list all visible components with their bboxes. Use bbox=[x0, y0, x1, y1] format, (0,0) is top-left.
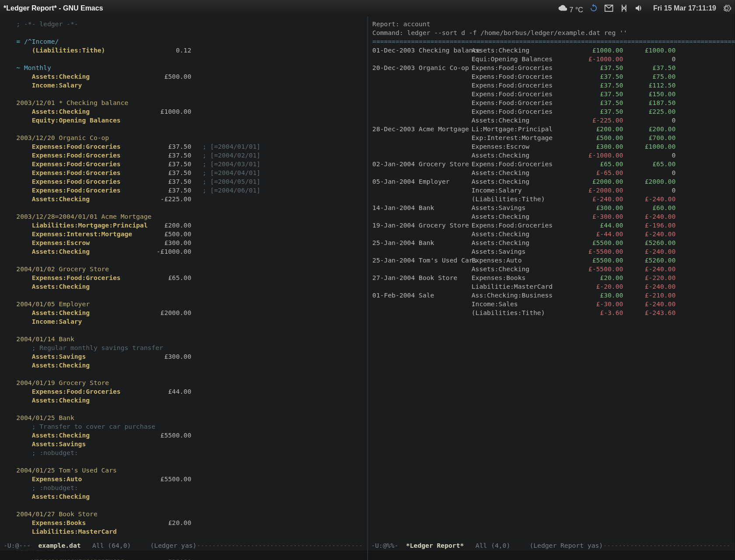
report-row[interactable]: 02-Jan-2004 Grocery StoreExpens:Food:Gro… bbox=[372, 160, 730, 168]
ledger-line[interactable] bbox=[16, 55, 362, 63]
ledger-line[interactable]: 2004/01/27 Book Store bbox=[16, 510, 362, 518]
ledger-line[interactable]: Expenses:Food:Groceries£37.50 ; [=2004/0… bbox=[16, 186, 362, 195]
ledger-line[interactable]: ; Regular monthly savings transfer bbox=[16, 343, 362, 352]
ledger-line[interactable]: Expenses:Interest:Mortgage£500.00 bbox=[16, 230, 362, 238]
ledger-line[interactable] bbox=[16, 326, 362, 335]
ledger-line[interactable] bbox=[16, 405, 362, 413]
report-row[interactable]: Expens:Food:Groceries£37.50£150.00 bbox=[372, 90, 730, 98]
ledger-line[interactable]: Income:Salary bbox=[16, 317, 362, 326]
ledger-line[interactable]: Assets:Checking-£225.00 bbox=[16, 195, 362, 203]
ledger-line[interactable] bbox=[16, 501, 362, 510]
ledger-line[interactable]: Expenses:Food:Groceries£37.50 ; [=2004/0… bbox=[16, 151, 362, 160]
report-row[interactable]: Assets:Checking£-5500.00£-240.00 bbox=[372, 265, 730, 273]
ledger-line[interactable]: (Liabilities:Tithe)0.12 bbox=[16, 46, 362, 55]
ledger-line[interactable]: 2004/01/25 Bank bbox=[16, 413, 362, 422]
ledger-line[interactable]: Expenses:Books£20.00 bbox=[16, 518, 362, 527]
ledger-line[interactable]: ; -*- ledger -*- bbox=[16, 20, 362, 28]
ledger-line[interactable]: Equity:Opening Balances bbox=[16, 116, 362, 125]
ledger-line[interactable]: Liabilities:Mortgage:Principal£200.00 bbox=[16, 221, 362, 230]
report-row[interactable]: Liabilitie:MasterCard£-20.00£-240.00 bbox=[372, 282, 730, 291]
ledger-line[interactable] bbox=[16, 90, 362, 98]
mail-icon[interactable] bbox=[604, 4, 613, 13]
weather-indicator[interactable]: 7 °C bbox=[558, 3, 583, 14]
ledger-line[interactable]: Expenses:Food:Groceries£44.00 bbox=[16, 387, 362, 396]
ledger-line[interactable]: Assets:Savings£300.00 bbox=[16, 352, 362, 361]
ledger-line[interactable]: Assets:Checking£2000.00 bbox=[16, 308, 362, 317]
left-window[interactable]: ; -*- ledger -*- = /^Income/ (Liabilitie… bbox=[0, 16, 367, 560]
report-rule[interactable]: ========================================… bbox=[372, 37, 730, 46]
ledger-line[interactable]: Expenses:Escrow£300.00 bbox=[16, 238, 362, 247]
report-row[interactable]: (Liabilities:Tithe)£-240.00£-240.00 bbox=[372, 195, 730, 203]
report-row[interactable]: Expens:Food:Groceries£37.50£225.00 bbox=[372, 107, 730, 116]
report-row[interactable]: 01-Dec-2003 Checking balanceAssets:Check… bbox=[372, 46, 730, 55]
ledger-line[interactable]: ; :nobudget: bbox=[16, 448, 362, 457]
report-row[interactable]: Assets:Checking£-1000.000 bbox=[372, 151, 730, 160]
report-row[interactable]: Income:Salary£-2000.000 bbox=[372, 186, 730, 195]
report-row[interactable]: Exp:Interest:Mortgage£500.00£700.00 bbox=[372, 133, 730, 142]
report-row[interactable]: Assets:Checking£-225.000 bbox=[372, 116, 730, 125]
ledger-line[interactable]: Assets:Checking£500.00 bbox=[16, 72, 362, 81]
ledger-line[interactable]: Assets:Checking bbox=[16, 396, 362, 405]
clock[interactable]: Fri 15 Mar 17:11:19 bbox=[653, 4, 716, 12]
ledger-line[interactable]: Liabilities:MasterCard bbox=[16, 527, 362, 536]
report-row[interactable]: 14-Jan-2004 BankAssets:Savings£300.00£60… bbox=[372, 203, 730, 212]
ledger-line[interactable]: 2004/01/25 Tom's Used Cars bbox=[16, 466, 362, 475]
report-row[interactable]: 05-Jan-2004 EmployerAssets:Checking£2000… bbox=[372, 177, 730, 186]
ledger-line[interactable] bbox=[16, 457, 362, 466]
ledger-line[interactable]: = /^Income/ bbox=[16, 37, 362, 46]
report-row[interactable]: Assets:Checking£-300.00£-240.00 bbox=[372, 212, 730, 221]
report-row[interactable]: 19-Jan-2004 Grocery StoreExpens:Food:Gro… bbox=[372, 221, 730, 230]
ledger-line[interactable]: Assets:Checking bbox=[16, 282, 362, 291]
right-window[interactable]: Report: accountCommand: ledger --sort d … bbox=[367, 16, 735, 560]
ledger-line[interactable] bbox=[16, 256, 362, 265]
ledger-line[interactable]: Assets:Checking bbox=[16, 492, 362, 501]
report-row[interactable]: Expenses:Escrow£300.00£1000.00 bbox=[372, 142, 730, 151]
report-row[interactable]: 20-Dec-2003 Organic Co-opExpens:Food:Gro… bbox=[372, 63, 730, 72]
ledger-line[interactable]: Assets:Checking£1000.00 bbox=[16, 107, 362, 116]
ledger-line[interactable]: Expenses:Food:Groceries£65.00 bbox=[16, 273, 362, 282]
report-row[interactable]: 27-Jan-2004 Book StoreExpenses:Books£20.… bbox=[372, 273, 730, 282]
report-row[interactable]: Expens:Food:Groceries£37.50£187.50 bbox=[372, 98, 730, 107]
report-row[interactable]: (Liabilities:Tithe)£-3.60£-243.60 bbox=[372, 308, 730, 317]
report-row[interactable]: Expens:Food:Groceries£37.50£112.50 bbox=[372, 81, 730, 90]
ledger-line[interactable]: ~ Monthly bbox=[16, 63, 362, 72]
ledger-line[interactable]: 2003/12/01 * Checking balance bbox=[16, 98, 362, 107]
ledger-line[interactable] bbox=[16, 370, 362, 378]
report-row[interactable]: Income:Sales£-30.00£-240.00 bbox=[372, 300, 730, 308]
report-row[interactable]: Equi:Opening Balances£-1000.000 bbox=[372, 55, 730, 63]
ledger-line[interactable] bbox=[16, 203, 362, 212]
volume-icon[interactable] bbox=[634, 4, 644, 13]
report-row[interactable]: 25-Jan-2004 BankAssets:Checking£5500.00£… bbox=[372, 238, 730, 247]
report-header[interactable]: Report: account bbox=[372, 20, 730, 28]
ledger-line[interactable] bbox=[16, 291, 362, 300]
ledger-line[interactable] bbox=[16, 28, 362, 37]
ledger-line[interactable]: Expenses:Food:Groceries£37.50 ; [=2004/0… bbox=[16, 168, 362, 177]
report-command[interactable]: Command: ledger --sort d -f /home/borbus… bbox=[372, 28, 730, 37]
report-row[interactable]: Assets:Savings£-5500.00£-240.00 bbox=[372, 247, 730, 256]
ledger-line[interactable]: 2003/12/20 Organic Co-op bbox=[16, 133, 362, 142]
report-row[interactable]: 28-Dec-2003 Acme MortgageLi:Mortgage:Pri… bbox=[372, 125, 730, 133]
ledger-line[interactable]: 2004/01/05 Employer bbox=[16, 300, 362, 308]
ledger-line[interactable]: 2004/01/14 Bank bbox=[16, 335, 362, 343]
report-row[interactable]: 01-Feb-2004 SaleAss:Checking:Business£30… bbox=[372, 291, 730, 300]
ledger-line[interactable]: Assets:Savings bbox=[16, 440, 362, 448]
ledger-line[interactable]: ; Transfer to cover car purchase bbox=[16, 422, 362, 431]
gear-icon[interactable] bbox=[722, 4, 731, 13]
ledger-line[interactable]: Expenses:Food:Groceries£37.50 ; [=2004/0… bbox=[16, 177, 362, 186]
ledger-line[interactable]: Expenses:Food:Groceries£37.50 ; [=2004/0… bbox=[16, 142, 362, 151]
report-row[interactable]: Expens:Food:Groceries£37.50£75.00 bbox=[372, 72, 730, 81]
ledger-line[interactable]: Assets:Checking-£1000.00 bbox=[16, 247, 362, 256]
minibuffer[interactable] bbox=[0, 550, 367, 560]
report-row[interactable]: Assets:Checking£-65.000 bbox=[372, 168, 730, 177]
network-icon[interactable] bbox=[620, 4, 629, 13]
ledger-line[interactable] bbox=[16, 125, 362, 133]
ledger-line[interactable]: 2003/12/28=2004/01/01 Acme Mortgage bbox=[16, 212, 362, 221]
report-row[interactable]: 25-Jan-2004 Tom's Used CarsExpenses:Auto… bbox=[372, 256, 730, 265]
refresh-icon[interactable] bbox=[589, 4, 598, 13]
ledger-line[interactable]: 2004/01/02 Grocery Store bbox=[16, 265, 362, 273]
ledger-line[interactable]: Assets:Checking bbox=[16, 361, 362, 370]
ledger-line[interactable]: Assets:Checking£5500.00 bbox=[16, 431, 362, 440]
ledger-line[interactable]: 2004/01/19 Grocery Store bbox=[16, 378, 362, 387]
ledger-line[interactable]: Income:Salary bbox=[16, 81, 362, 90]
ledger-line[interactable]: ; :nobudget: bbox=[16, 483, 362, 492]
